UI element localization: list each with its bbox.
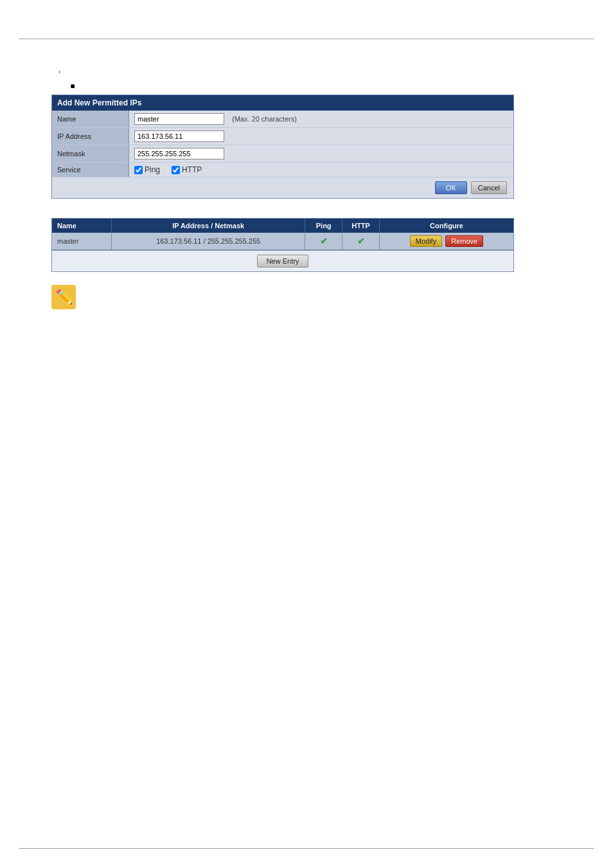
ping-checkbox-label[interactable]: Ping — [134, 165, 160, 174]
row-ip-netmask: 163.173.56.11 / 255.255.255.255 — [112, 233, 305, 250]
ip-address-row: IP Address — [52, 128, 513, 145]
results-table: Name IP Address / Netmask Ping HTTP Conf… — [52, 219, 513, 250]
table-row: master 163.173.56.11 / 255.255.255.255 ✔… — [52, 233, 513, 250]
ip-address-label: IP Address — [52, 128, 129, 145]
service-value: Ping HTTP — [129, 163, 513, 177]
new-entry-row: New Entry — [52, 250, 513, 271]
form-title: Add New Permitted IPs — [52, 95, 513, 111]
name-label: Name — [52, 111, 129, 127]
ip-address-input[interactable] — [134, 131, 224, 142]
new-entry-button[interactable]: New Entry — [257, 255, 309, 267]
ip-address-value — [129, 128, 513, 145]
http-checkbox[interactable] — [172, 166, 180, 174]
row-http: ✔ — [342, 233, 380, 250]
service-row: Service Ping HTTP — [52, 163, 513, 177]
http-check-icon: ✔ — [357, 236, 365, 246]
row-name: master — [52, 233, 112, 250]
netmask-value — [129, 145, 513, 162]
name-value: (Max. 20 characters) — [129, 111, 513, 127]
table-header-row: Name IP Address / Netmask Ping HTTP Conf… — [52, 219, 513, 233]
col-ping: Ping — [305, 219, 342, 233]
results-container: Name IP Address / Netmask Ping HTTP Conf… — [51, 218, 514, 272]
name-input[interactable] — [134, 113, 224, 125]
cancel-button[interactable]: Cancel — [471, 181, 507, 194]
row-configure: Modify Remove — [380, 233, 513, 250]
netmask-row: Netmask — [52, 145, 513, 163]
bottom-divider — [19, 848, 594, 849]
name-hint: (Max. 20 characters) — [232, 115, 297, 123]
ping-check-icon: ✔ — [320, 236, 328, 246]
row-ping: ✔ — [305, 233, 342, 250]
http-label: HTTP — [182, 165, 202, 174]
add-permitted-ips-form: Add New Permitted IPs Name (Max. 20 char… — [51, 95, 514, 199]
http-checkbox-label[interactable]: HTTP — [172, 165, 202, 174]
netmask-input[interactable] — [134, 148, 224, 159]
bullet-section: · — [51, 65, 562, 78]
form-buttons-row: OK Cancel — [52, 177, 513, 198]
ping-label: Ping — [145, 165, 160, 174]
netmask-label: Netmask — [52, 145, 129, 162]
pencil-note-icon — [51, 285, 76, 309]
ping-checkbox[interactable] — [134, 166, 143, 174]
col-http: HTTP — [342, 219, 380, 233]
ok-button[interactable]: OK — [435, 181, 467, 194]
modify-button[interactable]: Modify — [410, 235, 442, 247]
name-row: Name (Max. 20 characters) — [52, 111, 513, 128]
col-name: Name — [52, 219, 112, 233]
service-label: Service — [52, 163, 129, 177]
col-configure: Configure — [380, 219, 513, 233]
remove-button[interactable]: Remove — [445, 235, 483, 247]
note-icon-container — [51, 285, 77, 311]
note-section — [51, 285, 562, 311]
col-ip-netmask: IP Address / Netmask — [112, 219, 305, 233]
bullet-dot: · — [58, 65, 562, 78]
